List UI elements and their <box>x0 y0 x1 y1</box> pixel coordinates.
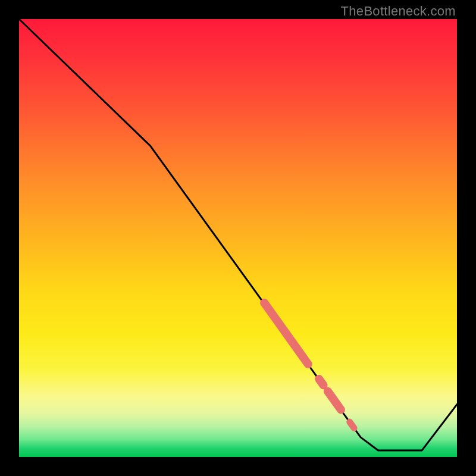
line-chart-svg <box>19 19 457 457</box>
plot-area <box>19 19 457 457</box>
highlight-segment-0 <box>264 303 308 364</box>
bottleneck-curve <box>19 19 457 450</box>
highlight-segment-1 <box>319 379 323 385</box>
chart-frame: TheBottleneck.com <box>0 0 476 476</box>
highlight-segment-2 <box>328 392 341 410</box>
watermark-text: TheBottleneck.com <box>341 4 456 19</box>
highlight-segment-3 <box>350 422 354 428</box>
